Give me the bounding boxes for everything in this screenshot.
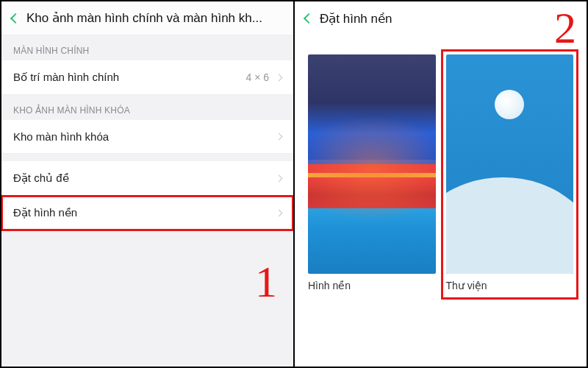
wallpaper-source-gallery[interactable]: Thư viện (446, 54, 574, 294)
annotation-step-number: 2 (554, 3, 576, 54)
back-icon[interactable] (10, 13, 21, 23)
section-header-lock: KHO ẢNH MÀN HÌNH KHÓA (1, 95, 293, 120)
row-set-wallpaper[interactable]: Đặt hình nền (1, 196, 293, 230)
wallpaper-preview-icon (308, 54, 436, 274)
header-bar: Kho ảnh màn hình chính và màn hình kh... (1, 1, 293, 35)
chevron-right-icon (276, 209, 283, 216)
chevron-right-icon (276, 74, 283, 81)
chevron-right-icon (276, 133, 283, 141)
row-right (276, 210, 282, 216)
back-icon[interactable] (304, 13, 314, 24)
row-label: Kho màn hình khóa (13, 130, 109, 143)
header-bar: Đặt hình nền (295, 1, 587, 35)
gallery-preview-icon (446, 54, 574, 274)
row-label: Bố trí màn hình chính (13, 71, 119, 84)
row-right (276, 176, 282, 181)
page-title: Kho ảnh màn hình chính và màn hình kh... (26, 10, 262, 26)
row-right: 4 × 6 (245, 71, 282, 83)
settings-panel-step1: Kho ảnh màn hình chính và màn hình kh...… (1, 1, 295, 367)
hill-icon (446, 177, 574, 274)
row-right (276, 134, 282, 139)
chevron-right-icon (276, 174, 283, 182)
section-header-main: MÀN HÌNH CHÍNH (1, 35, 293, 60)
row-lockscreen-magazine[interactable]: Kho màn hình khóa (1, 120, 293, 154)
wallpaper-source-label: Hình nền (308, 280, 436, 291)
row-home-layout[interactable]: Bố trí màn hình chính 4 × 6 (1, 60, 293, 95)
row-set-theme[interactable]: Đặt chủ đề (1, 161, 293, 196)
wallpaper-source-label: Thư viện (446, 280, 574, 291)
row-label: Đặt chủ đề (13, 171, 69, 185)
row-label: Đặt hình nền (13, 206, 77, 219)
wallpaper-panel-step2: Đặt hình nền Hình nền Thư viện 2 (295, 1, 587, 367)
wallpaper-source-builtin[interactable]: Hình nền (308, 54, 436, 294)
page-title: Đặt hình nền (320, 11, 392, 26)
moon-icon (495, 90, 524, 119)
row-value: 4 × 6 (245, 71, 269, 83)
annotation-step-number: 1 (255, 257, 277, 308)
spacer (1, 154, 293, 161)
wallpaper-source-grid: Hình nền Thư viện (295, 35, 587, 305)
